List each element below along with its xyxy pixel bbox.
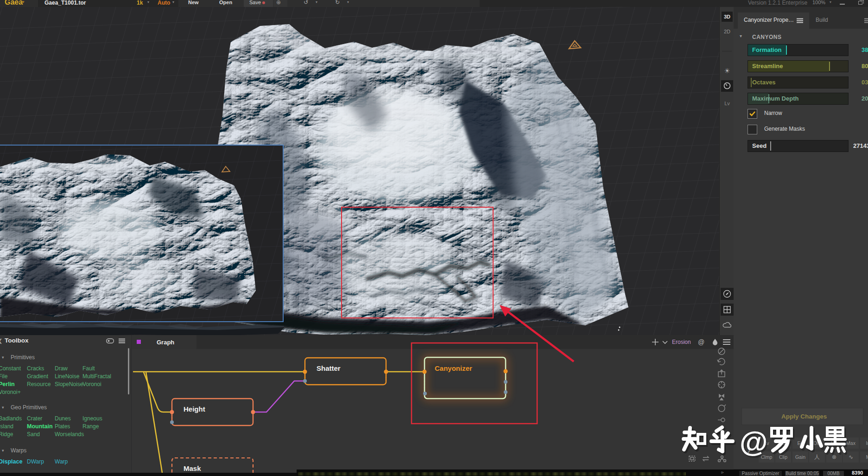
svg-text:Mask: Mask <box>184 464 201 472</box>
svg-text:Shatter: Shatter <box>317 364 341 372</box>
svg-text:@: @ <box>698 338 704 346</box>
svg-text:Height: Height <box>184 405 205 413</box>
svg-text:Canyonizer: Canyonizer <box>435 364 472 372</box>
svg-text:Graph: Graph <box>157 339 174 346</box>
svg-text:Erosion: Erosion <box>672 339 691 345</box>
